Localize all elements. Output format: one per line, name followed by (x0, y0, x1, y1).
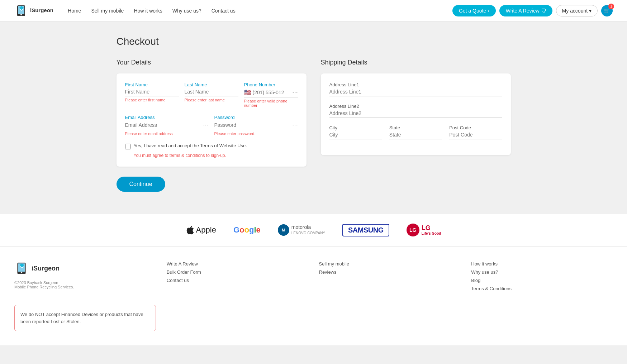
footer-logo: iSurgeon ©2023 Buyback SurgeonMobile Pho… (14, 261, 156, 294)
phone-wrap: 🇺🇸 ⋯ (244, 89, 298, 97)
city-field: City (329, 125, 382, 139)
postcode-label: Post Code (449, 125, 502, 130)
nav-actions: Get a Quote › Write A Review 🗨 My accoun… (452, 5, 613, 16)
postcode-input[interactable] (449, 132, 502, 139)
footer-bulk-order[interactable]: Bulk Order Form (167, 269, 308, 275)
my-account-button[interactable]: My account ▾ (556, 5, 598, 16)
shipping-details-section: Shipping Details Address Line1 Address L… (321, 59, 511, 192)
state-label: State (389, 125, 442, 130)
footer-col-3: How it works Why use us? Blog Terms & Co… (471, 261, 613, 294)
last-name-label: Last Name (185, 82, 238, 87)
footer-why-us[interactable]: Why use us? (471, 269, 613, 275)
logo-text: iSurgeon (30, 8, 53, 14)
cart-badge: 1 (608, 4, 614, 9)
footer-write-review[interactable]: Write A Review (167, 261, 308, 267)
first-name-group: First Name Please enter first name (125, 82, 179, 107)
fields-row-1: First Name Please enter first name Last … (125, 82, 298, 107)
footer-how-works[interactable]: How it works (471, 261, 613, 267)
your-details-card: First Name Please enter first name Last … (117, 73, 307, 167)
motorola-label: motorola LENOVO COMPANY (291, 225, 325, 236)
email-error: Please enter email address (125, 131, 209, 136)
footer-col-1: Write A Review Bulk Order Form Contact u… (167, 261, 308, 294)
last-name-group: Last Name Please enter last name (185, 82, 238, 107)
nav-sell[interactable]: Sell my mobile (91, 8, 124, 14)
footer-blog[interactable]: Blog (471, 278, 613, 283)
first-name-wrap (125, 89, 179, 96)
terms-row: Yes, I have read and accept the Terms of… (125, 143, 298, 149)
lg-circle-icon: LG (407, 224, 419, 236)
nav-contact[interactable]: Contact us (212, 8, 236, 14)
footer-logo-text: iSurgeon (32, 265, 60, 272)
email-input[interactable] (125, 122, 201, 128)
your-details-section: Your Details First Name Please enter fir… (117, 59, 307, 192)
footer-col-2: Sell my mobile Reviews (319, 261, 461, 294)
city-label: City (329, 125, 382, 130)
write-review-button[interactable]: Write A Review 🗨 (499, 5, 552, 16)
phone-label: Phone Number (244, 82, 298, 87)
password-input[interactable] (214, 122, 291, 128)
page-title: Checkout (117, 36, 511, 47)
email-icon[interactable]: ⋯ (203, 121, 209, 128)
nav-how[interactable]: How it works (134, 8, 162, 14)
city-state-post-row: City State Post Code (329, 125, 502, 147)
brand-google: Google (233, 225, 261, 235)
phone-icon[interactable]: ⋯ (292, 89, 298, 96)
address2-input[interactable] (329, 110, 502, 118)
city-input[interactable] (329, 132, 382, 139)
email-group: Email Address ⋯ Please enter email addre… (125, 115, 209, 136)
password-error: Please enter password. (214, 131, 298, 136)
footer-sell-mobile[interactable]: Sell my mobile (319, 261, 461, 267)
first-name-input[interactable] (125, 89, 179, 95)
apple-logo-icon (186, 225, 194, 235)
address2-field: Address Line2 (329, 104, 502, 118)
nav-why[interactable]: Why use us? (172, 8, 201, 14)
fields-row-2: Email Address ⋯ Please enter email addre… (125, 115, 298, 136)
footer-copyright: ©2023 Buyback SurgeonMobile Phone Recycl… (14, 281, 74, 289)
brand-samsung: SAMSUNG (342, 224, 389, 236)
terms-text: Yes, I have read and accept the Terms of… (134, 143, 247, 148)
password-label: Password (214, 115, 298, 120)
brand-motorola: M motorola LENOVO COMPANY (278, 224, 325, 236)
phone-error: Please enter valid phone number (244, 99, 298, 107)
cart-button[interactable]: 🛒 1 (601, 5, 613, 16)
phone-group: Phone Number 🇺🇸 ⋯ Please enter valid pho… (244, 82, 298, 107)
first-name-label: First Name (125, 82, 179, 87)
google-g: G (233, 225, 239, 234)
lg-label: LG Life's Good (422, 225, 441, 236)
address1-label: Address Line1 (329, 82, 502, 87)
address1-input[interactable] (329, 89, 502, 96)
flag-icon: 🇺🇸 (244, 89, 251, 96)
last-name-input[interactable] (185, 89, 238, 95)
shipping-card: Address Line1 Address Line2 City State (321, 73, 511, 155)
postcode-field: Post Code (449, 125, 502, 139)
footer-terms[interactable]: Terms & Conditions (471, 286, 613, 291)
password-icon[interactable]: ⋯ (292, 121, 298, 128)
get-quote-button[interactable]: Get a Quote › (452, 5, 496, 16)
first-name-error: Please enter first name (125, 98, 179, 102)
terms-error: You must agree to terms & conditions to … (134, 153, 298, 158)
motorola-circle-icon: M (278, 224, 289, 236)
continue-button[interactable]: Continue (117, 177, 165, 192)
footer-contact[interactable]: Contact us (167, 278, 308, 283)
terms-checkbox[interactable] (125, 144, 131, 149)
footer-reviews[interactable]: Reviews (319, 269, 461, 275)
svg-point-5 (21, 272, 22, 273)
phone-input[interactable] (253, 90, 291, 95)
email-label: Email Address (125, 115, 209, 120)
address1-field: Address Line1 (329, 82, 502, 96)
shipping-title: Shipping Details (321, 59, 511, 66)
your-details-title: Your Details (117, 59, 307, 66)
brand-apple: Apple (186, 225, 216, 235)
svg-point-2 (20, 14, 22, 15)
email-wrap: ⋯ (125, 121, 209, 130)
footer: iSurgeon ©2023 Buyback SurgeonMobile Pho… (0, 246, 627, 345)
footer-notice: We do NOT accept Financed Devices or pro… (14, 305, 156, 331)
password-wrap: ⋯ (214, 121, 298, 130)
site-logo[interactable]: iSurgeon (14, 4, 53, 18)
password-group: Password ⋯ Please enter password. (214, 115, 298, 136)
brand-apple-label: Apple (196, 225, 216, 235)
nav-home[interactable]: Home (68, 8, 81, 14)
nav-links: Home Sell my mobile How it works Why use… (68, 8, 452, 14)
state-input[interactable] (389, 132, 442, 139)
state-field: State (389, 125, 442, 139)
